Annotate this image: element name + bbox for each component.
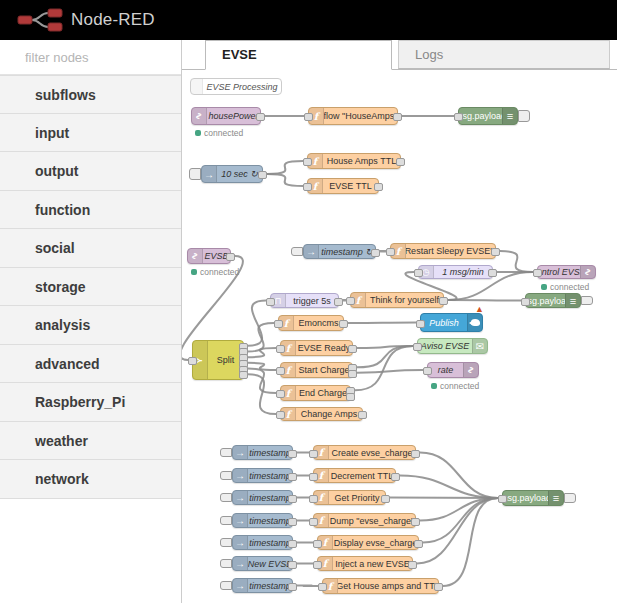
node-trg[interactable]: trigger 5s (270, 293, 339, 308)
input-port[interactable] (498, 495, 507, 503)
output-port[interactable] (226, 253, 235, 261)
input-port[interactable] (276, 390, 285, 398)
node-dbg1[interactable]: msg.payload (458, 107, 518, 125)
input-port[interactable] (386, 248, 395, 256)
node-evsettl[interactable]: EVSE TTL (307, 178, 379, 194)
output-port[interactable] (381, 495, 390, 503)
node-f6[interactable]: Inject a new EVSE (317, 556, 413, 571)
input-port[interactable] (318, 583, 327, 591)
inject-button[interactable] (189, 168, 201, 180)
output-port[interactable] (288, 583, 297, 591)
node-i2[interactable]: timestamp (232, 468, 293, 483)
node-i7[interactable]: timestamp (232, 578, 293, 593)
node-aviso[interactable]: Aviso EVSE (417, 338, 488, 354)
output-port[interactable] (414, 540, 423, 548)
input-port[interactable] (413, 343, 422, 351)
output-port[interactable] (348, 370, 357, 378)
inject-button[interactable] (220, 448, 232, 457)
node-i5[interactable]: timestamp (232, 535, 293, 550)
node-i4[interactable]: timestamp (232, 513, 293, 528)
input-port[interactable] (313, 561, 322, 569)
output-port[interactable] (288, 561, 297, 569)
input-port[interactable] (313, 540, 322, 548)
sidebar-item-advanced[interactable]: advanced (0, 345, 181, 384)
node-ctrl[interactable]: control EVSEconnected (537, 265, 596, 279)
output-port[interactable] (434, 583, 443, 591)
inject-button[interactable] (291, 247, 303, 256)
sidebar-item-function[interactable]: function (0, 191, 181, 230)
node-comment1[interactable]: EVSE Processing (190, 78, 282, 95)
input-port[interactable] (309, 473, 318, 481)
node-i3[interactable]: timestamp (232, 490, 293, 505)
output-port[interactable] (393, 113, 402, 121)
output-port[interactable] (288, 540, 297, 548)
input-port[interactable] (309, 450, 318, 458)
inject-button[interactable] (220, 538, 232, 547)
node-evse[interactable]: EVSEconnected (187, 248, 231, 264)
input-port[interactable] (188, 357, 197, 365)
input-port[interactable] (309, 495, 318, 503)
output-port[interactable] (256, 113, 265, 121)
node-fha[interactable]: flow "HouseAmps" (308, 107, 398, 125)
tab-logs[interactable]: Logs (398, 40, 610, 69)
node-end[interactable]: End Charge (280, 385, 351, 401)
tab-evse[interactable]: EVSE (205, 40, 392, 70)
sidebar-item-analysis[interactable]: analysis (0, 306, 181, 345)
node-i6[interactable]: New EVSE (232, 556, 293, 571)
input-port[interactable] (266, 298, 275, 306)
node-f5[interactable]: Display evse_charge (317, 535, 419, 550)
input-port[interactable] (454, 113, 463, 121)
inject-button[interactable] (220, 581, 232, 590)
input-port[interactable] (303, 183, 312, 191)
sidebar-item-raspberry_pi[interactable]: Raspberry_Pi (0, 383, 181, 422)
output-port[interactable] (411, 450, 420, 458)
node-dbg3[interactable]: msg.payload (502, 490, 564, 506)
sidebar-item-social[interactable]: social (0, 229, 181, 268)
output-port[interactable] (348, 345, 357, 353)
input-port[interactable] (414, 269, 423, 277)
output-port[interactable] (288, 518, 297, 526)
input-port[interactable] (533, 269, 542, 277)
inject-button[interactable] (220, 493, 232, 502)
node-think[interactable]: Think for yourself (350, 292, 444, 308)
node-injts[interactable]: timestamp ↻ (303, 244, 376, 259)
output-port[interactable] (288, 495, 297, 503)
sidebar-item-output[interactable]: output (0, 152, 181, 191)
input-port[interactable] (309, 518, 318, 526)
flow-canvas[interactable]: EVSE ProcessinghousePowerconnectedflow "… (182, 70, 617, 603)
output-port[interactable] (334, 298, 343, 306)
input-port[interactable] (346, 297, 355, 305)
input-port[interactable] (304, 113, 313, 121)
node-hp[interactable]: housePowerconnected (191, 107, 261, 125)
output-port[interactable] (411, 518, 420, 526)
output-port[interactable] (408, 561, 417, 569)
node-start[interactable]: Start Charge (280, 362, 353, 378)
input-port[interactable] (276, 411, 285, 419)
filter-nodes-input[interactable] (25, 50, 175, 65)
inject-button[interactable] (220, 516, 232, 525)
input-port[interactable] (276, 367, 285, 375)
node-msgmin[interactable]: 1 msg/min (418, 265, 493, 279)
node-split[interactable]: Split (192, 340, 244, 380)
input-port[interactable] (423, 367, 432, 375)
output-port[interactable] (488, 269, 497, 277)
output-port[interactable] (239, 371, 248, 379)
output-port[interactable] (371, 249, 380, 257)
output-port[interactable] (491, 248, 500, 256)
node-pub[interactable]: Publish▲ (420, 313, 483, 332)
output-port[interactable] (339, 320, 348, 328)
input-port[interactable] (521, 298, 530, 306)
output-port[interactable] (288, 473, 297, 481)
node-dbg2[interactable]: msg.payload (525, 293, 581, 308)
output-port[interactable] (346, 393, 355, 401)
output-port[interactable] (358, 411, 367, 419)
debug-toggle-button[interactable] (581, 296, 593, 305)
input-port[interactable] (303, 158, 312, 166)
sidebar-item-weather[interactable]: weather (0, 422, 181, 461)
node-f2[interactable]: Decrement TTL (313, 468, 396, 483)
inject-button[interactable] (220, 471, 232, 480)
sidebar-item-network[interactable]: network (0, 460, 181, 499)
node-f3[interactable]: Get Priority (313, 490, 386, 505)
node-hattl[interactable]: House Amps TTL (307, 153, 401, 169)
output-port[interactable] (258, 171, 267, 179)
